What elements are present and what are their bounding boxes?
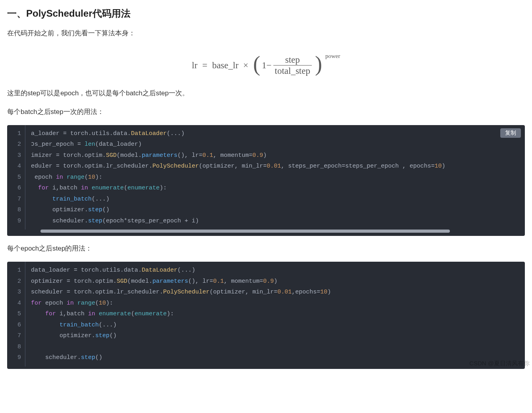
line-number: 2 — [7, 139, 21, 150]
line-number: 8 — [7, 205, 21, 216]
formula-power: power — [325, 53, 340, 60]
line-number-gutter: 123456789 — [7, 262, 25, 367]
line-number: 5 — [7, 172, 21, 183]
code-line: optimizer = torch.optim.SGD(model.parame… — [31, 276, 525, 287]
line-number: 9 — [7, 216, 21, 227]
code-line: train_batch(...) — [31, 194, 525, 205]
code-line: scheduler.step() — [31, 352, 525, 363]
line-number: 3 — [7, 150, 21, 161]
code-line: data_loader = torch.utils.data.DataLoade… — [31, 265, 525, 276]
line-number: 4 — [7, 161, 21, 172]
line-number: 7 — [7, 330, 21, 342]
formula-minus: − — [267, 60, 272, 71]
formula-base-lr: base_lr — [212, 60, 238, 71]
line-number: 1 — [7, 128, 21, 139]
code-line: ɔs_per_epoch = len(data_loader) — [31, 139, 525, 150]
line-number: 3 — [7, 287, 21, 298]
line-number-gutter: 123456789 — [7, 125, 25, 230]
watermark: CSDN @夏日清风有你 — [469, 360, 530, 367]
line-number: 6 — [7, 183, 21, 194]
line-number: 6 — [7, 320, 21, 331]
batch-usage-paragraph: 每个batch之后step一次的用法： — [7, 106, 525, 118]
formula-lr: lr — [192, 60, 198, 71]
epoch-usage-paragraph: 每个epoch之后step的用法： — [7, 243, 525, 255]
formula-frac-num: step — [284, 54, 302, 66]
formula-times: × — [243, 60, 248, 71]
line-number: 9 — [7, 352, 21, 363]
code-line: optimizer.step() — [31, 330, 525, 342]
code-line: a_loader = torch.utils.data.DataLoader(.… — [31, 128, 525, 139]
code-line: scheduler.step(epoch*steps_per_epoch + i… — [31, 216, 525, 227]
paren-close-icon: ) — [315, 56, 322, 73]
formula-frac-den: total_step — [273, 65, 312, 77]
code-content[interactable]: a_loader = torch.utils.data.DataLoader(.… — [25, 125, 525, 230]
intro-paragraph: 在代码开始之前，我们先看一下算法本身： — [7, 28, 525, 39]
code-content[interactable]: data_loader = torch.utils.data.DataLoade… — [25, 262, 525, 367]
line-number: 2 — [7, 276, 21, 287]
formula-one: 1 — [262, 60, 267, 71]
code-line: optimizer.step() — [31, 205, 525, 216]
code-block-1: 复制 123456789 a_loader = torch.utils.data… — [7, 125, 525, 236]
line-number: 7 — [7, 194, 21, 205]
code-line — [31, 342, 525, 353]
code-line: for i,batch in enumerate(enumerate): — [31, 309, 525, 320]
formula-eq: = — [202, 60, 207, 71]
scrollbar-thumb[interactable] — [40, 230, 450, 233]
formula-fraction: step total_step — [273, 54, 312, 77]
copy-button[interactable]: 复制 — [500, 128, 521, 138]
section-heading: 一、PolyScheduler代码用法 — [7, 7, 525, 20]
line-number: 4 — [7, 298, 21, 309]
code-line: scheduler = torch.optim.lr_scheduler.Pol… — [31, 287, 525, 298]
code-line: eduler = torch.optim.lr_scheduler.PolySc… — [31, 161, 525, 172]
line-number: 1 — [7, 265, 21, 276]
code-line: for i,batch in enumerate(enumerate): — [31, 183, 525, 194]
code-block-2: 123456789 data_loader = torch.utils.data… — [7, 262, 525, 369]
step-desc-paragraph: 这里的step可以是epoch，也可以是每个batch之后step一次。 — [7, 88, 525, 99]
code-line: imizer = torch.optim.SGD(model.parameter… — [31, 150, 525, 161]
horizontal-scrollbar[interactable] — [25, 230, 525, 234]
code-line: for epoch in range(10): — [31, 298, 525, 309]
code-line: epoch in range(10): — [31, 172, 525, 183]
code-line: train_batch(...) — [31, 320, 525, 331]
line-number: 5 — [7, 309, 21, 320]
line-number: 8 — [7, 342, 21, 353]
paren-open-icon: ( — [253, 56, 260, 73]
formula: lr = base_lr × ( 1 − step total_step ) p… — [7, 54, 525, 77]
